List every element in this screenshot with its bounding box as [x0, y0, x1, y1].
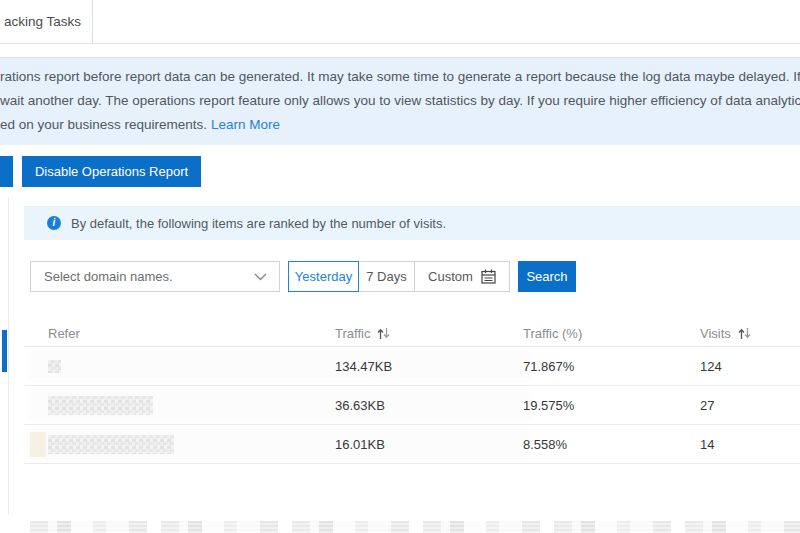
calendar-icon [481, 269, 496, 284]
info-icon: i [47, 216, 61, 230]
visits-cell: 124 [700, 359, 800, 374]
info-banner-text: By default, the following items are rank… [71, 216, 446, 231]
operations-report-notice: rations report before report data can be… [0, 57, 800, 145]
column-header-visits[interactable]: Visits [700, 326, 800, 341]
range-7days-button[interactable]: 7 Days [358, 261, 415, 292]
learn-more-link[interactable]: Learn More [211, 117, 280, 132]
table-row: 16.01KB 8.558% 14 [24, 425, 800, 464]
domain-select-placeholder: Select domain names. [44, 269, 173, 284]
chevron-down-icon [254, 273, 267, 281]
tab-tracking-tasks[interactable]: acking Tasks [0, 0, 93, 43]
column-header-refer: Refer [24, 326, 335, 341]
blur-overlay [30, 350, 530, 382]
left-blue-indicator-bar [2, 330, 7, 372]
notice-line-2: wait another day. The operations report … [0, 89, 800, 113]
disable-operations-report-button[interactable]: Disable Operations Report [22, 156, 201, 187]
column-header-traffic[interactable]: Traffic [335, 326, 523, 341]
traffic-pct-cell: 8.558% [523, 437, 700, 452]
table-header-row: Refer Traffic Traffic (%) Visits [24, 320, 800, 347]
redacted-bottom-strip [30, 521, 800, 533]
table-row: 36.63KB 19.575% 27 [24, 386, 800, 425]
search-button[interactable]: Search [518, 261, 576, 292]
visits-cell: 27 [700, 398, 800, 413]
range-custom-button[interactable]: Custom [414, 261, 510, 292]
cutoff-left-button[interactable] [0, 156, 13, 187]
domain-select[interactable]: Select domain names. [30, 261, 280, 292]
visits-cell: 14 [700, 437, 800, 452]
traffic-pct-cell: 19.575% [523, 398, 700, 413]
date-range-group: Yesterday 7 Days Custom [288, 261, 510, 292]
ranking-info-banner: i By default, the following items are ra… [24, 206, 800, 240]
sort-icon[interactable] [377, 327, 390, 340]
table-row: 134.47KB 71.867% 124 [24, 347, 800, 386]
panel-left-border [8, 197, 9, 515]
traffic-pct-cell: 71.867% [523, 359, 700, 374]
sort-icon[interactable] [738, 327, 751, 340]
tab-bar: acking Tasks [0, 0, 800, 44]
blur-overlay-tint [30, 432, 46, 457]
notice-line-1: rations report before report data can be… [0, 65, 800, 89]
column-header-traffic-pct: Traffic (%) [523, 326, 700, 341]
range-yesterday-button[interactable]: Yesterday [288, 261, 359, 292]
refer-ranking-table: Refer Traffic Traffic (%) Visits 134.47K… [24, 320, 800, 464]
notice-line-3: ed on your business requirements. Learn … [0, 113, 800, 137]
tab-label: acking Tasks [4, 14, 81, 29]
